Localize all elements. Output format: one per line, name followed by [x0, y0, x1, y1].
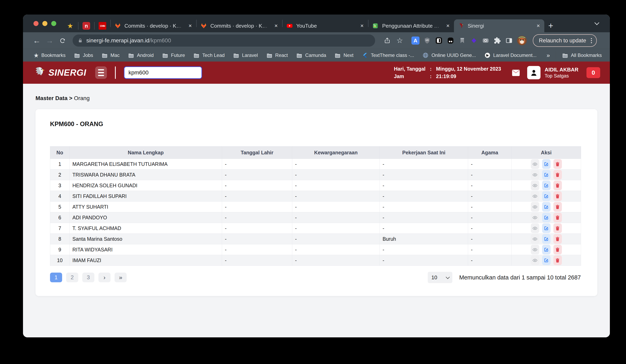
browser-window: ★nCNN Commits · develop · KPK / S×Commit…: [23, 14, 610, 337]
cell-aksi: [512, 234, 581, 244]
delete-button[interactable]: [553, 255, 562, 265]
tab-commits-develop-kpk-s[interactable]: Commits · develop · KPK / S×: [197, 19, 282, 32]
bookmark-laravel[interactable]: Laravel: [233, 52, 258, 59]
camera-extension-icon[interactable]: [481, 36, 490, 45]
delete-button[interactable]: [553, 245, 562, 254]
delete-button[interactable]: [553, 234, 562, 244]
bookmark-online-uuid-gene-[interactable]: Online UUID Gene...: [422, 52, 476, 59]
page-button-1[interactable]: 1: [50, 273, 62, 282]
address-bar[interactable]: sinergi-fe.merapi.javan.id/kpm600: [73, 35, 375, 47]
tab-close-icon[interactable]: ×: [360, 23, 364, 29]
view-button[interactable]: [531, 234, 539, 244]
cell-tanggal-lahir: -: [222, 255, 292, 266]
cell-kewarganegaraan: -: [292, 234, 380, 244]
translate-extension-icon[interactable]: A: [411, 36, 420, 45]
bookmark-jobs[interactable]: Jobs: [74, 52, 93, 59]
menu-search-input[interactable]: [124, 66, 202, 79]
relaunch-to-update-button[interactable]: Relaunch to update: [533, 34, 597, 47]
tab-close-icon[interactable]: ×: [274, 23, 278, 29]
tab-commits-develop-kpk-s[interactable]: Commits · develop · KPK / S×: [111, 19, 196, 32]
edit-button[interactable]: [542, 202, 550, 212]
view-button[interactable]: [531, 191, 539, 201]
delete-button[interactable]: [553, 181, 562, 190]
view-button[interactable]: [531, 245, 539, 254]
delete-button[interactable]: [553, 223, 562, 233]
minimize-window-button[interactable]: [42, 21, 47, 26]
notification-badge[interactable]: 0: [587, 67, 600, 78]
tab-search-chevron-icon[interactable]: [594, 20, 599, 25]
user-avatar-icon[interactable]: [527, 66, 541, 79]
edit-button[interactable]: [542, 255, 550, 265]
bookmark-future[interactable]: Future: [162, 52, 185, 59]
next-page-button[interactable]: ›: [98, 273, 111, 282]
page-button-3[interactable]: 3: [82, 273, 94, 282]
profile-avatar[interactable]: [517, 36, 527, 45]
edit-button[interactable]: [542, 245, 550, 254]
contrast-extension-icon[interactable]: [434, 36, 443, 45]
bookmark-camunda[interactable]: Camunda: [296, 52, 326, 59]
bookmark-label: Mac: [111, 52, 119, 58]
bookmark-next[interactable]: Next: [334, 52, 353, 59]
edit-button[interactable]: [542, 170, 550, 180]
sidebar-toggle-button[interactable]: [95, 66, 107, 79]
puzzle-extension-icon[interactable]: [493, 36, 502, 45]
tab-close-icon[interactable]: ×: [188, 23, 193, 29]
ublock-extension-icon[interactable]: UO: [423, 36, 431, 45]
page-button-2[interactable]: 2: [66, 273, 78, 282]
reload-button[interactable]: [57, 35, 68, 46]
folder-icon: [101, 52, 108, 59]
edit-button[interactable]: [542, 234, 550, 244]
new-tab-button[interactable]: +: [544, 19, 557, 32]
bookmark-bookmarks[interactable]: ★Bookmarks: [34, 52, 66, 59]
delete-button[interactable]: [553, 202, 562, 212]
pinned-tab-trophy-icon[interactable]: ★: [66, 22, 75, 30]
all-bookmarks-button[interactable]: All Bookmarks: [562, 52, 602, 59]
bookmark-tech-lead[interactable]: Tech Lead: [193, 52, 225, 59]
delete-button[interactable]: [553, 159, 562, 169]
pinned-tab-notion-icon[interactable]: n: [82, 22, 91, 30]
tab-close-icon[interactable]: ×: [536, 23, 541, 29]
edit-button[interactable]: [542, 191, 550, 201]
bookmark-star-icon[interactable]: ☆: [394, 35, 405, 46]
delete-button[interactable]: [553, 191, 562, 201]
edit-button[interactable]: [542, 213, 550, 222]
delete-button[interactable]: [553, 213, 562, 222]
sidepanel-extension-icon[interactable]: [505, 36, 513, 45]
view-button[interactable]: [531, 159, 539, 169]
tab-youtube[interactable]: YouTube×: [282, 19, 368, 32]
view-button[interactable]: [531, 223, 539, 233]
diamond-extension-icon[interactable]: [470, 36, 478, 45]
close-window-button[interactable]: [34, 21, 39, 26]
maximize-window-button[interactable]: [51, 21, 56, 26]
loom-extension-icon[interactable]: [446, 36, 455, 45]
breadcrumb-section[interactable]: Master Data: [36, 95, 68, 101]
edit-button[interactable]: [542, 181, 550, 190]
tab-sinergi[interactable]: Sinergi×: [454, 19, 544, 32]
bookmark-mac[interactable]: Mac: [101, 52, 119, 59]
browser-menu-icon[interactable]: [590, 38, 593, 43]
forward-button[interactable]: →: [44, 35, 55, 46]
view-button[interactable]: [531, 170, 539, 180]
tab-close-icon[interactable]: ×: [445, 23, 450, 29]
view-button[interactable]: [531, 255, 539, 265]
bookmarks-overflow-chevron[interactable]: »: [547, 52, 550, 59]
share-icon[interactable]: [382, 35, 392, 46]
view-button[interactable]: [531, 202, 539, 212]
pinned-tab-cnn-icon[interactable]: CNN: [98, 22, 107, 30]
back-button[interactable]: ←: [31, 35, 42, 46]
banner-extension-icon[interactable]: [458, 36, 467, 45]
edit-button[interactable]: [542, 159, 550, 169]
datetime-panel: Hari, Tanggal:Minggu, 12 November 2023Ja…: [394, 66, 501, 79]
edit-button[interactable]: [542, 223, 550, 233]
view-button[interactable]: [531, 181, 539, 190]
tab-penggunaan-attribute-col[interactable]: Penggunaan Attribute Colu×: [368, 19, 454, 32]
bookmark-texttheme-class-[interactable]: TextTheme class -...: [362, 52, 414, 59]
bookmark-android[interactable]: Android: [128, 52, 154, 59]
last-page-button[interactable]: »: [115, 273, 127, 282]
bookmark-laravel-document-[interactable]: Laravel Document...: [484, 52, 537, 59]
page-size-select[interactable]: 10: [428, 272, 452, 283]
delete-button[interactable]: [553, 170, 562, 180]
bookmark-react[interactable]: React: [266, 52, 288, 59]
mail-icon[interactable]: [511, 67, 521, 78]
view-button[interactable]: [531, 213, 539, 222]
